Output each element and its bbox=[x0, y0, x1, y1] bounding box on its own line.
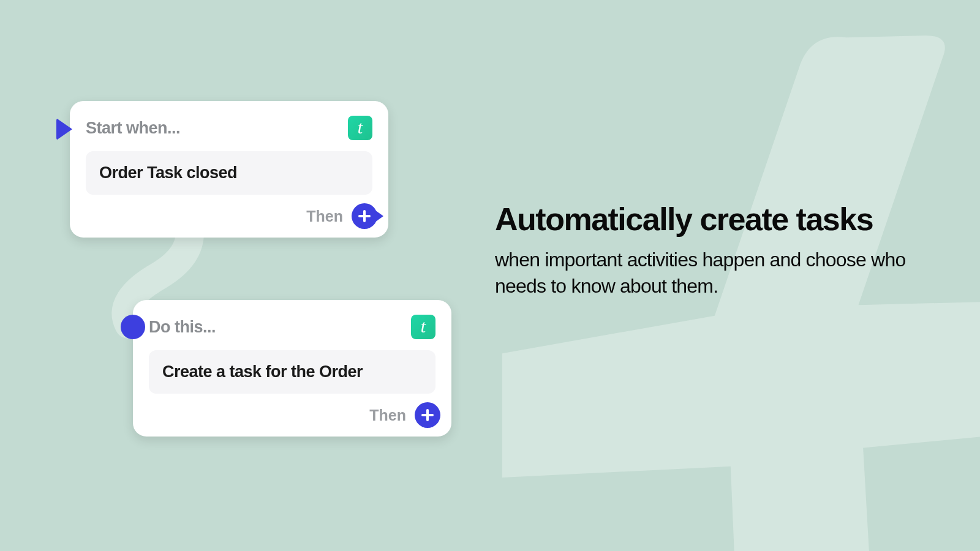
then-row: Then bbox=[306, 203, 377, 229]
workflow-action-card: Do this... t Create a task for the Order… bbox=[133, 300, 451, 437]
action-text: Create a task for the Order bbox=[162, 362, 363, 381]
add-step-button[interactable] bbox=[352, 203, 377, 229]
headline-subtitle: when important activities happen and cho… bbox=[495, 247, 936, 299]
then-label: Then bbox=[369, 407, 406, 424]
trigger-pill[interactable]: Order Task closed bbox=[86, 151, 372, 195]
headline-block: Automatically create tasks when importan… bbox=[495, 202, 936, 300]
app-icon-glyph: t bbox=[421, 317, 426, 335]
app-icon: t bbox=[411, 315, 435, 339]
app-icon: t bbox=[348, 116, 372, 140]
then-row: Then bbox=[369, 402, 440, 428]
trigger-text: Order Task closed bbox=[99, 163, 237, 182]
then-label: Then bbox=[306, 208, 343, 225]
action-pill[interactable]: Create a task for the Order bbox=[149, 350, 435, 394]
play-icon bbox=[56, 118, 72, 140]
card-header: Do this... t bbox=[149, 315, 435, 339]
add-step-button[interactable] bbox=[415, 402, 440, 428]
card-header: Start when... t bbox=[86, 116, 372, 140]
do-this-label: Do this... bbox=[149, 318, 216, 337]
app-icon-glyph: t bbox=[358, 118, 363, 137]
chevron-right-icon bbox=[375, 210, 383, 222]
workflow-start-card: Start when... t Order Task closed Then bbox=[70, 101, 388, 238]
start-when-label: Start when... bbox=[86, 119, 180, 138]
headline-title: Automatically create tasks bbox=[495, 202, 936, 237]
node-circle-icon bbox=[121, 315, 145, 339]
